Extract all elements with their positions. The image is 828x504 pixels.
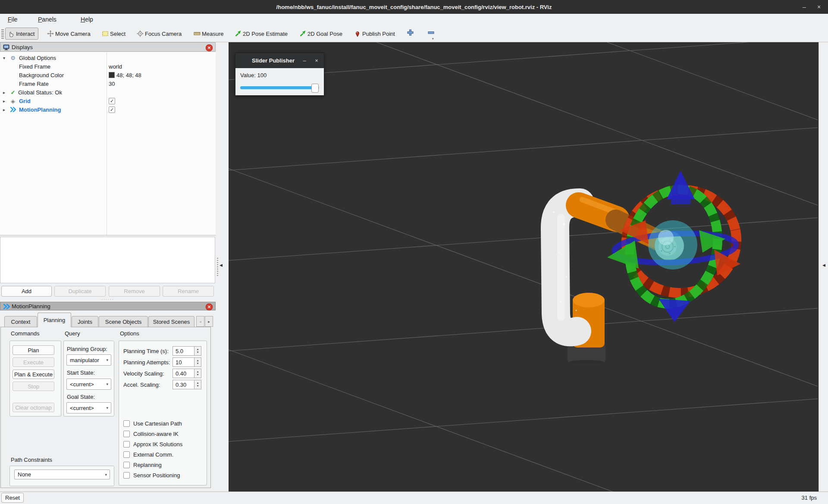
rename-display-button[interactable]: Rename <box>163 286 214 297</box>
minimize-icon[interactable]: – <box>300 53 309 68</box>
background-color-value[interactable]: 48; 48; 48 <box>109 72 141 78</box>
expander-closed-icon[interactable]: ▸ <box>3 90 5 95</box>
tab-scroll-right-icon[interactable]: ▸ <box>205 316 213 327</box>
close-icon[interactable]: ✕ <box>206 44 213 51</box>
motionplanning-enabled-checkbox[interactable]: ✓ <box>109 106 115 113</box>
tool-move-camera[interactable]: Move Camera <box>47 28 91 39</box>
add-tool-button[interactable] <box>405 28 415 38</box>
spin-value[interactable]: 5.0 <box>172 346 194 356</box>
tool-2d-pose-estimate[interactable]: 2D Pose Estimate <box>234 28 288 39</box>
add-display-button[interactable]: Add <box>1 286 52 297</box>
sensor-positioning-checkbox[interactable] <box>123 472 130 479</box>
slider-handle[interactable] <box>311 84 319 93</box>
motionplanning-panel-header[interactable]: MotionPlanning ✕ <box>0 302 216 310</box>
path-constraints-group: None ▾ <box>9 466 114 486</box>
window-minimize-button[interactable]: – <box>798 0 811 14</box>
tab-joints[interactable]: Joints <box>72 316 98 327</box>
tool-select[interactable]: Select <box>101 28 125 39</box>
planning-group-dropdown[interactable]: manipulator ▾ <box>66 354 111 366</box>
tree-row-global-options[interactable]: ▾ ⚙ Global Options <box>0 53 216 62</box>
goal-state-dropdown[interactable]: <current> ▾ <box>66 402 111 413</box>
expander-closed-icon[interactable]: ▸ <box>3 99 5 103</box>
use-cartesian-path-checkbox[interactable] <box>123 420 130 427</box>
tool-interact[interactable]: Interact <box>5 28 38 40</box>
velocity-scaling-spinbox[interactable]: 0.40 ▲▼ <box>172 369 201 378</box>
path-constraints-dropdown[interactable]: None ▾ <box>14 470 110 479</box>
external-comm-row: External Comm. <box>123 451 173 458</box>
tree-row-grid[interactable]: ▸ ◈ Grid ✓ <box>0 97 216 105</box>
chevron-down-icon: ▾ <box>106 406 108 410</box>
collapse-left-icon[interactable]: ◀ <box>220 263 223 267</box>
window-close-button[interactable]: × <box>812 0 825 14</box>
slider-window-titlebar[interactable]: Slider Publisher – × <box>235 53 324 68</box>
reset-button[interactable]: Reset <box>1 493 24 503</box>
tab-planning[interactable]: Planning <box>38 313 71 327</box>
right-viewport-splitter[interactable]: ◀ <box>819 42 828 491</box>
close-icon[interactable]: × <box>312 53 321 68</box>
tree-row-motionplanning[interactable]: ▸ MotionPlanning ✓ <box>0 105 216 114</box>
collision-aware-ik-checkbox[interactable] <box>123 431 130 437</box>
menu-panels[interactable]: Panels <box>38 16 56 23</box>
value-slider[interactable] <box>240 86 319 89</box>
left-viewport-splitter[interactable]: ◀ <box>216 42 229 491</box>
duplicate-display-button[interactable]: Duplicate <box>54 286 106 297</box>
spin-arrows-icon[interactable]: ▲▼ <box>194 369 201 378</box>
fixed-frame-value[interactable]: world <box>109 63 122 70</box>
clear-octomap-button[interactable]: Clear octomap <box>13 403 54 412</box>
tool-publish-point[interactable]: Publish Point <box>354 28 395 39</box>
3d-viewport[interactable]: Slider Publisher – × Value: 100 <box>229 42 819 491</box>
tool-focus-camera[interactable]: Focus Camera <box>136 28 182 39</box>
expander-open-icon[interactable]: ▾ <box>3 56 5 60</box>
expander-closed-icon[interactable]: ▸ <box>3 107 5 112</box>
panel-splitter-handle[interactable]: ······ <box>0 297 216 301</box>
spin-arrows-icon[interactable]: ▲▼ <box>194 380 201 389</box>
tree-row-global-status[interactable]: ▸ ✓ Global Status: Ok <box>0 88 216 97</box>
spin-value[interactable]: 0.30 <box>172 380 194 389</box>
menu-help[interactable]: Help <box>81 16 93 23</box>
tab-scene-objects[interactable]: Scene Objects <box>99 316 148 327</box>
fps-counter: 31 fps <box>802 495 817 501</box>
planning-attempts-row: Planning Attempts: 10 ▲▼ <box>123 357 201 367</box>
tool-measure[interactable]: Measure <box>193 28 224 39</box>
planning-attempts-label: Planning Attempts: <box>123 359 170 366</box>
accel-scaling-spinbox[interactable]: 0.30 ▲▼ <box>172 380 201 389</box>
tool-2d-goal-pose[interactable]: 2D Goal Pose <box>299 28 342 39</box>
plan-button[interactable]: Plan <box>13 345 54 355</box>
plan-and-execute-button[interactable]: Plan & Execute <box>13 369 54 379</box>
planning-attempts-spinbox[interactable]: 10 ▲▼ <box>172 357 201 367</box>
displays-panel-header[interactable]: Displays ✕ <box>0 42 216 52</box>
grid-enabled-checkbox[interactable]: ✓ <box>109 98 115 104</box>
slider-publisher-window[interactable]: Slider Publisher – × Value: 100 <box>235 53 324 96</box>
collapse-right-icon[interactable]: ◀ <box>822 263 825 267</box>
tab-scroll-left-icon[interactable]: ◂ <box>196 316 204 327</box>
planning-time-spinbox[interactable]: 5.0 ▲▼ <box>172 346 201 356</box>
spin-arrows-icon[interactable]: ▲▼ <box>194 346 201 356</box>
planning-time-row: Planning Time (s): 5.0 ▲▼ <box>123 346 201 356</box>
toolbar-drag-handle[interactable] <box>1 29 4 39</box>
tree-row-fixed-frame[interactable]: Fixed Frame world <box>0 62 216 71</box>
close-icon[interactable]: ✕ <box>206 304 213 310</box>
remove-display-button[interactable]: Remove <box>109 286 160 297</box>
start-state-dropdown[interactable]: <current> ▾ <box>66 379 111 390</box>
approx-ik-solutions-checkbox[interactable] <box>123 441 130 448</box>
tree-row-background-color[interactable]: Background Color 48; 48; 48 <box>0 71 216 79</box>
tool-label: Measure <box>202 31 224 37</box>
frame-rate-value[interactable]: 30 <box>109 81 115 87</box>
row-label: Background Color <box>19 72 64 78</box>
remove-tool-button[interactable] <box>426 28 436 38</box>
spin-value[interactable]: 10 <box>172 357 194 367</box>
external-comm-checkbox[interactable] <box>123 451 130 458</box>
menu-file[interactable]: File <box>8 16 18 23</box>
tab-stored-scenes[interactable]: Stored Scenes <box>148 316 194 327</box>
chevron-down-icon[interactable]: ▾ <box>432 37 434 41</box>
stop-button[interactable]: Stop <box>13 382 54 391</box>
replanning-checkbox[interactable] <box>123 462 130 468</box>
planning-group-value: manipulator <box>70 357 99 363</box>
execute-button[interactable]: Execute <box>13 357 54 367</box>
tab-context[interactable]: Context <box>4 316 37 327</box>
end-effector-sphere[interactable] <box>648 220 697 269</box>
spin-arrows-icon[interactable]: ▲▼ <box>194 357 201 367</box>
spin-value[interactable]: 0.40 <box>172 369 194 378</box>
tree-row-frame-rate[interactable]: Frame Rate 30 <box>0 79 216 88</box>
3d-scene <box>229 42 819 491</box>
